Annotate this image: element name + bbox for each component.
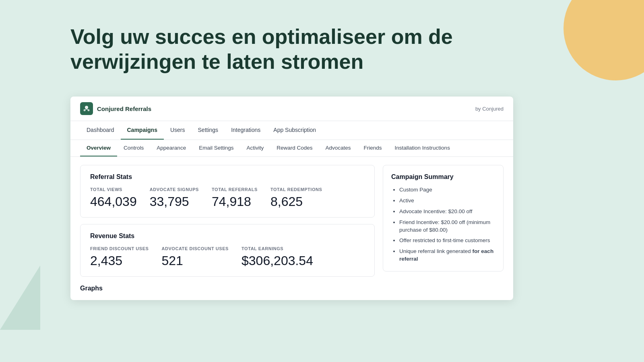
stat-value-total-views: 464,039: [90, 194, 137, 209]
secondary-nav-item-reward-codes[interactable]: Reward Codes: [270, 140, 319, 156]
stat-friend-discount-uses: FRIEND DISCOUNT USES 2,435: [90, 246, 149, 268]
app-logo-label: Conjured Referrals: [97, 105, 151, 112]
stat-total-referrals: TOTAL REFERRALS 74,918: [212, 187, 258, 209]
stat-value-advocate-discount-uses: 521: [161, 253, 229, 268]
top-nav-item-integrations[interactable]: Integrations: [225, 121, 267, 140]
app-logo: Conjured Referrals: [80, 102, 151, 115]
stat-label-total-earnings: TOTAL EARNINGS: [242, 246, 313, 251]
svg-point-1: [84, 109, 86, 111]
secondary-nav-item-email-settings[interactable]: Email Settings: [192, 140, 240, 156]
left-col: Referral Stats TOTAL VIEWS 464,039 ADVOC…: [80, 165, 375, 277]
stat-value-total-redemptions: 8,625: [270, 194, 322, 209]
right-col: Campaign Summary Custom Page Active Advo…: [383, 165, 504, 277]
referral-stats-row: TOTAL VIEWS 464,039 ADVOCATE SIGNUPS 33,…: [90, 187, 365, 209]
secondary-nav-item-activity[interactable]: Activity: [240, 140, 270, 156]
secondary-nav-item-appearance[interactable]: Appearance: [150, 140, 192, 156]
stat-total-views: TOTAL VIEWS 464,039: [90, 187, 137, 209]
logo-icon: [80, 102, 93, 115]
graphs-section: Graphs: [70, 285, 513, 300]
stat-label-total-redemptions: TOTAL REDEMPTIONS: [270, 187, 322, 192]
referral-stats-title: Referral Stats: [90, 173, 365, 181]
summary-item-advocate-incentive: Advocate Incentive: $20.00 off: [399, 208, 495, 216]
top-nav-item-settings[interactable]: Settings: [192, 121, 225, 140]
stat-total-earnings: TOTAL EARNINGS $306,203.54: [242, 246, 313, 268]
stat-label-total-views: TOTAL VIEWS: [90, 187, 137, 192]
secondary-nav-item-overview[interactable]: Overview: [80, 140, 117, 156]
content-area: Referral Stats TOTAL VIEWS 464,039 ADVOC…: [70, 157, 513, 285]
stat-label-total-referrals: TOTAL REFERRALS: [212, 187, 258, 192]
top-nav-item-users[interactable]: Users: [164, 121, 192, 140]
stat-label-advocate-discount-uses: ADVOCATE DISCOUNT USES: [161, 246, 229, 251]
referral-stats-card: Referral Stats TOTAL VIEWS 464,039 ADVOC…: [80, 165, 375, 218]
revenue-stats-title: Revenue Stats: [90, 232, 365, 240]
secondary-nav-item-installation[interactable]: Installation Instructions: [388, 140, 456, 156]
summary-item-offer-restricted: Offer restricted to first-time customers: [399, 237, 495, 245]
decorative-triangle: [0, 265, 40, 330]
secondary-nav: Overview Controls Appearance Email Setti…: [70, 140, 513, 157]
stat-value-total-earnings: $306,203.54: [242, 253, 313, 268]
secondary-nav-item-friends[interactable]: Friends: [357, 140, 388, 156]
campaign-summary-list: Custom Page Active Advocate Incentive: $…: [391, 186, 495, 263]
stat-value-advocate-signups: 33,795: [150, 194, 199, 209]
revenue-stats-row: FRIEND DISCOUNT USES 2,435 ADVOCATE DISC…: [90, 246, 365, 268]
hero-title: Volg uw succes en optimaliseer om de ver…: [70, 24, 465, 74]
top-nav: Dashboard Campaigns Users Settings Integ…: [70, 121, 513, 140]
decorative-circle: [564, 0, 644, 80]
stat-label-friend-discount-uses: FRIEND DISCOUNT USES: [90, 246, 149, 251]
top-nav-item-dashboard[interactable]: Dashboard: [80, 121, 121, 140]
app-window: Conjured Referrals by Conjured Dashboard…: [70, 97, 513, 300]
stat-advocate-signups: ADVOCATE SIGNUPS 33,795: [150, 187, 199, 209]
campaign-summary-title: Campaign Summary: [391, 173, 495, 181]
revenue-stats-card: Revenue Stats FRIEND DISCOUNT USES 2,435…: [80, 224, 375, 277]
app-byline: by Conjured: [475, 106, 504, 112]
campaign-summary-card: Campaign Summary Custom Page Active Advo…: [383, 165, 504, 272]
summary-item-unique-referral: Unique referral link generated for each …: [399, 248, 495, 263]
top-nav-item-app-subscription[interactable]: App Subscription: [267, 121, 322, 140]
summary-item-active: Active: [399, 197, 495, 205]
stat-value-friend-discount-uses: 2,435: [90, 253, 149, 268]
app-header: Conjured Referrals by Conjured: [70, 97, 513, 121]
graphs-title: Graphs: [80, 285, 504, 292]
top-nav-item-campaigns[interactable]: Campaigns: [121, 121, 164, 140]
stat-total-redemptions: TOTAL REDEMPTIONS 8,625: [270, 187, 322, 209]
svg-point-0: [85, 106, 88, 109]
stat-label-advocate-signups: ADVOCATE SIGNUPS: [150, 187, 199, 192]
secondary-nav-item-controls[interactable]: Controls: [117, 140, 150, 156]
secondary-nav-item-advocates[interactable]: Advocates: [319, 140, 357, 156]
summary-item-friend-incentive: Friend Incentive: $20.00 off (minimum pu…: [399, 219, 495, 234]
stat-value-total-referrals: 74,918: [212, 194, 258, 209]
stat-advocate-discount-uses: ADVOCATE DISCOUNT USES 521: [161, 246, 229, 268]
summary-item-custom-page: Custom Page: [399, 186, 495, 194]
